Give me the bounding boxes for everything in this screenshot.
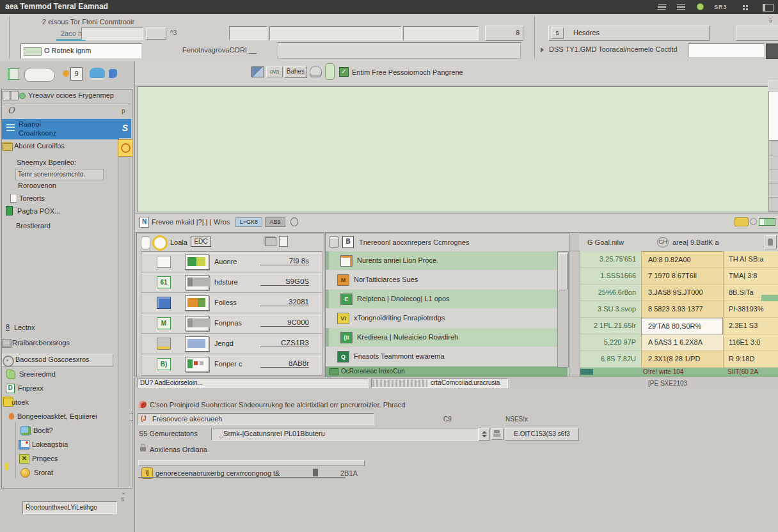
- orange-ball-icon[interactable]: [63, 70, 69, 77]
- title-bar[interactable]: aea Temmod Tenral Eamnad SR3: [0, 0, 778, 14]
- circle-icon[interactable]: [750, 218, 757, 225]
- nine-badge-icon[interactable]: 9: [70, 67, 83, 81]
- field-a[interactable]: [229, 26, 267, 40]
- format-combo[interactable]: O Rotnek ignm: [20, 43, 142, 59]
- list-item[interactable]: E Reiptena | Dnoiecog| L1 opos: [326, 290, 569, 308]
- badge-a[interactable]: L=GK8: [235, 217, 262, 227]
- table-row[interactable]: Foiless 32081: [141, 293, 322, 313]
- table-row[interactable]: 3.25.75'651 A0:8 0.82A00 TH AI SB:a: [579, 251, 778, 268]
- folder-pill-icon[interactable]: [734, 217, 749, 226]
- row-badge-icon[interactable]: M: [157, 317, 171, 329]
- sidebar-item[interactable]: Pagba POX...: [17, 207, 60, 215]
- file-field[interactable]: [81, 27, 143, 40]
- list-footer[interactable]: OcRoreneoc IroxoCun: [326, 366, 568, 377]
- run-checkbox[interactable]: ✓: [339, 67, 349, 77]
- param-field[interactable]: [278, 42, 521, 59]
- list-item[interactable]: Q Fnasots Teammont ewarema: [326, 347, 568, 366]
- row-badge-icon[interactable]: 61: [157, 276, 171, 288]
- record-mode-icon[interactable]: [118, 139, 132, 157]
- sidebar-item[interactable]: Brestlerard: [16, 222, 51, 230]
- table-row[interactable]: 61 hdsture S9G0S: [141, 272, 322, 293]
- sidebar-item[interactable]: Boclt?: [33, 426, 53, 434]
- table-row[interactable]: 3 SU 3.svop 8 5823 3.93 1377 PI-38193%: [579, 301, 778, 318]
- panel-divider-scrollbar[interactable]: [569, 251, 580, 377]
- table-row[interactable]: 1.SSS1666 7 1970 8 67T6ll TMA| 3:8: [579, 268, 778, 285]
- green-progress-pill[interactable]: [759, 218, 775, 226]
- table-row[interactable]: Jengd CZS1R3: [141, 334, 322, 354]
- green-tool-icon[interactable]: [8, 68, 19, 80]
- table-row[interactable]: Auonre 7I9 8s: [141, 252, 322, 272]
- cloud-icon[interactable]: [24, 68, 55, 82]
- list-item[interactable]: Nurents anriei Lion Proce.: [326, 251, 569, 270]
- table-row[interactable]: B) Fonper c 8AB8r: [141, 354, 322, 374]
- row-check-icon[interactable]: [157, 256, 171, 268]
- scrollbar-segments[interactable]: [768, 141, 778, 212]
- spinner-buttons[interactable]: [479, 428, 490, 441]
- list-item[interactable]: M NorTaiticiarces Sues: [326, 270, 568, 289]
- sidebar-item[interactable]: Srorat: [34, 469, 53, 476]
- button-8[interactable]: 8: [485, 26, 523, 41]
- badge-b[interactable]: AB9: [265, 217, 285, 227]
- sidebar-scroll-strip[interactable]: [118, 157, 131, 487]
- sr-icon[interactable]: SR3: [714, 4, 727, 10]
- header-tool-icon[interactable]: [765, 235, 777, 249]
- sidebar-item[interactable]: Sreeiredmd: [19, 370, 56, 378]
- sidebar-item-highlight[interactable]: Baocssod Goscoesxros: [2, 354, 113, 367]
- scrollbar-track[interactable]: [768, 91, 778, 141]
- scrollbar-thumb[interactable]: [559, 253, 568, 290]
- bulb-icon[interactable]: [697, 4, 703, 10]
- sidebar-bottom-field[interactable]: RoortounthxeoLYiLetihgo: [22, 501, 117, 514]
- editor-area[interactable]: [138, 86, 769, 212]
- sidebar-item[interactable]: Toreorts: [19, 194, 45, 202]
- sidebar-item-box[interactable]: Temr sonenrorosmcnto.: [15, 169, 104, 180]
- blue-chat-icon[interactable]: [90, 68, 105, 78]
- field-c[interactable]: [403, 26, 479, 40]
- image-icon[interactable]: [251, 66, 264, 77]
- bahes-button[interactable]: Bahes: [284, 66, 307, 78]
- b-icon[interactable]: B: [342, 236, 354, 248]
- panel-icon[interactable]: [763, 4, 774, 12]
- printer-icon[interactable]: [491, 428, 504, 440]
- table-row[interactable]: 6 8S 7.82U 2.3X1(8 28 1/PD R 9:18D: [579, 351, 778, 368]
- dots-icon[interactable]: [742, 4, 749, 10]
- ova-icon[interactable]: ova: [266, 66, 283, 77]
- s-badge-icon[interactable]: S: [119, 119, 131, 138]
- folder-icon[interactable]: [265, 237, 276, 246]
- blue-drop-icon[interactable]: [109, 69, 117, 78]
- gh-icon[interactable]: GH: [657, 237, 669, 247]
- sidebar-item[interactable]: Bongeeioasktet, Equiierei: [17, 412, 97, 420]
- headers-dropdown[interactable]: 5 Hesdres: [548, 26, 710, 41]
- sidebar-item[interactable]: Prngecs: [32, 455, 58, 462]
- table-row[interactable]: 2 1PL.21.65Ir 29'TA8 80,S0R% 2.3E1 S3: [579, 318, 778, 334]
- n-icon[interactable]: N: [139, 217, 149, 228]
- sidebar-item[interactable]: Rraibarcberxsrogs: [12, 339, 70, 347]
- list-icon[interactable]: [677, 4, 685, 10]
- menu-icon[interactable]: [657, 4, 667, 10]
- edc-button[interactable]: EDC: [191, 237, 211, 247]
- sidebar-item[interactable]: Roroovenon: [18, 182, 56, 189]
- sidebar-item[interactable]: Aboret Curoilfos: [14, 142, 65, 150]
- ring-icon[interactable]: [290, 217, 298, 226]
- drum-icon[interactable]: [329, 236, 339, 248]
- row-badge-icon[interactable]: B): [157, 358, 171, 370]
- sidebar-item[interactable]: Lectnx: [14, 324, 35, 331]
- sidebar-item[interactable]: utoek: [12, 398, 29, 406]
- tiny-box-icon-2[interactable]: [10, 91, 19, 100]
- target-button[interactable]: [766, 43, 778, 59]
- row-book-icon[interactable]: [157, 297, 171, 309]
- sidebar-item[interactable]: Fnprexx: [18, 384, 44, 392]
- small-box[interactable]: [146, 27, 166, 40]
- table-row[interactable]: 5,220 97P A 5AS3 1 6.2X8A 116E1 3:0: [579, 334, 778, 351]
- row-device-icon[interactable]: [157, 338, 171, 350]
- table-row[interactable]: 25%6.6r8on 3.JAS8 9S.JT000 8B.SITa: [579, 285, 778, 301]
- sidebar-item[interactable]: Sheernyx Bpenleo:: [17, 159, 76, 166]
- tree-node-selected[interactable]: Raanoi Croalrkoonz: [2, 119, 119, 139]
- commu-dropdown[interactable]: _Srmk-|Gcatunsnrei PL01Bbuteru: [211, 428, 479, 441]
- record-icon[interactable]: [152, 235, 168, 251]
- target-input[interactable]: [688, 43, 765, 58]
- headers-box-2[interactable]: [736, 26, 778, 41]
- list-item[interactable]: VI xTongnoidriting Fnrapiotrrdgs: [326, 309, 568, 327]
- center-scrollbar[interactable]: [557, 251, 569, 368]
- list-item[interactable]: (II Kredieera | Nuteaicieo Rowdireh: [326, 328, 569, 347]
- pill-icon[interactable]: [141, 236, 150, 249]
